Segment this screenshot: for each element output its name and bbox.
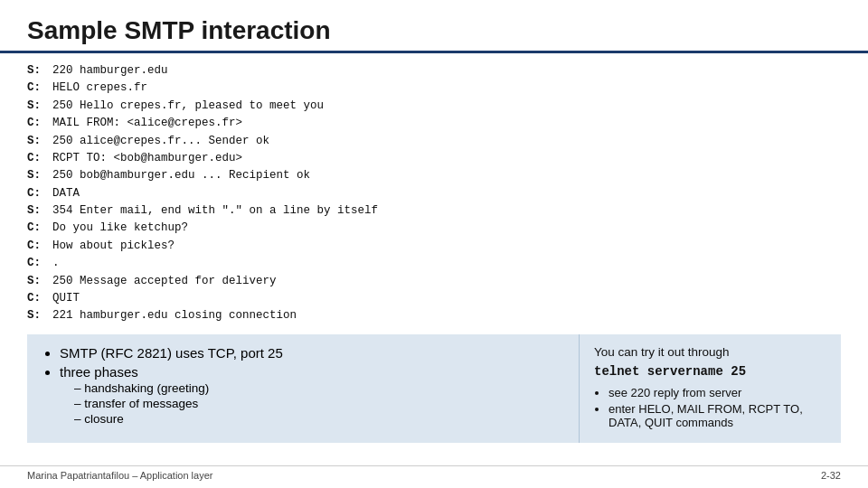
smtp-value: . (52, 255, 60, 272)
smtp-label: C: (27, 290, 52, 307)
title-bar: Sample SMTP interaction (0, 0, 868, 53)
smtp-value: 354 Enter mail, end with "." on a line b… (52, 202, 378, 220)
smtp-value: Do you like ketchup? (52, 220, 188, 237)
smtp-row: C:Do you like ketchup? (27, 220, 841, 237)
smtp-label: S: (27, 62, 52, 80)
smtp-value: MAIL FROM: <alice@crepes.fr> (52, 115, 242, 132)
slide: Sample SMTP interaction S:220 hamburger.… (0, 0, 868, 488)
sub-list-item: closure (74, 412, 564, 426)
footer-left: Marina Papatriantafilou – Application la… (27, 470, 212, 481)
telnet-intro: You can try it out through (594, 345, 826, 359)
telnet-tip-item: enter HELO, MAIL FROM, RCPT TO, DATA, QU… (609, 402, 826, 429)
smtp-label: S: (27, 202, 52, 220)
smtp-value: 250 Hello crepes.fr, pleased to meet you (52, 98, 324, 115)
bullet-section: SMTP (RFC 2821) uses TCP, port 25 three … (27, 334, 579, 443)
smtp-value: 250 bob@hamburger.edu ... Recipient ok (52, 167, 310, 184)
bullet-item-2: three phases handshaking (greeting)trans… (60, 364, 564, 426)
sub-list: handshaking (greeting)transfer of messag… (60, 381, 564, 426)
smtp-row: C:How about pickles? (27, 238, 841, 255)
smtp-label: S: (27, 98, 52, 115)
telnet-section: You can try it out through telnet server… (579, 334, 841, 443)
bullet-item-1: SMTP (RFC 2821) uses TCP, port 25 (60, 345, 564, 361)
smtp-label: S: (27, 307, 52, 324)
smtp-label: S: (27, 133, 52, 150)
sub-list-item: transfer of messages (74, 397, 564, 410)
smtp-interaction-table: S:220 hamburger.eduC:HELO crepes.frS:250… (27, 62, 841, 325)
footer: Marina Papatriantafilou – Application la… (0, 465, 868, 481)
smtp-row: C:QUIT (27, 290, 841, 307)
smtp-row: S:250 Message accepted for delivery (27, 273, 841, 290)
smtp-value: 221 hamburger.edu closing connection (52, 307, 297, 324)
smtp-row: C:HELO crepes.fr (27, 80, 841, 97)
smtp-row: S:221 hamburger.edu closing connection (27, 307, 841, 324)
telnet-command: telnet servername 25 (594, 364, 826, 379)
smtp-value: 220 hamburger.edu (52, 62, 168, 80)
slide-title: Sample SMTP interaction (27, 16, 331, 44)
smtp-row: C:MAIL FROM: <alice@crepes.fr> (27, 115, 841, 132)
smtp-value: How about pickles? (52, 238, 175, 255)
smtp-label: C: (27, 255, 52, 272)
smtp-value: RCPT TO: <bob@hamburger.edu> (52, 150, 242, 167)
smtp-label: C: (27, 220, 52, 237)
smtp-row: C:. (27, 255, 841, 272)
sub-list-item: handshaking (greeting) (74, 381, 564, 395)
smtp-row: C:DATA (27, 185, 841, 202)
smtp-row: S:250 Hello crepes.fr, pleased to meet y… (27, 98, 841, 115)
smtp-label: C: (27, 150, 52, 167)
smtp-row: S:220 hamburger.edu (27, 62, 841, 80)
smtp-label: C: (27, 185, 52, 202)
lower-section: SMTP (RFC 2821) uses TCP, port 25 three … (27, 334, 841, 443)
smtp-label: C: (27, 80, 52, 97)
smtp-label: C: (27, 115, 52, 132)
smtp-value: 250 alice@crepes.fr... Sender ok (52, 133, 269, 150)
smtp-row: S:250 bob@hamburger.edu ... Recipient ok (27, 167, 841, 184)
footer-right: 2-32 (821, 470, 841, 481)
telnet-tip-item: see 220 reply from server (609, 386, 826, 399)
content-area: S:220 hamburger.eduC:HELO crepes.frS:250… (0, 53, 868, 443)
smtp-label: S: (27, 167, 52, 184)
smtp-value: DATA (52, 185, 80, 202)
smtp-row: C:RCPT TO: <bob@hamburger.edu> (27, 150, 841, 167)
smtp-row: S:354 Enter mail, end with "." on a line… (27, 202, 841, 220)
smtp-label: C: (27, 238, 52, 255)
smtp-row: S:250 alice@crepes.fr... Sender ok (27, 133, 841, 150)
telnet-tips: see 220 reply from serverenter HELO, MAI… (594, 386, 826, 429)
smtp-value: 250 Message accepted for delivery (52, 273, 277, 290)
smtp-label: S: (27, 273, 52, 290)
smtp-value: HELO crepes.fr (52, 80, 147, 97)
smtp-value: QUIT (52, 290, 80, 307)
